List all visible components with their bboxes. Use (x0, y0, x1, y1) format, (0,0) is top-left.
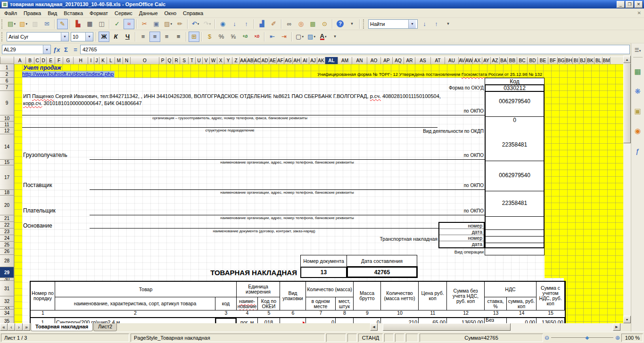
dropdown-arrow-icon[interactable]: ▾ (209, 22, 211, 26)
column-header[interactable]: F (55, 57, 63, 64)
column-header[interactable]: BH (565, 57, 573, 64)
item-vat-rate-cell[interactable]: Без НДС (485, 318, 507, 323)
row-header[interactable]: 29 (0, 267, 14, 278)
find-previous-button[interactable]: ↑ (431, 19, 442, 29)
sheet-tab-list2[interactable]: Лист2 (93, 323, 117, 331)
sidebar-gallery-button[interactable]: ▣ (632, 106, 644, 117)
column-header[interactable]: B (26, 57, 34, 64)
dropdown-arrow-icon[interactable]: ▾ (25, 22, 27, 26)
row-header[interactable]: 21 (0, 215, 14, 222)
font-name-combobox[interactable]: Arial Cyr ▼ (7, 32, 69, 41)
dropdown-arrow-icon[interactable]: ▾ (14, 22, 16, 26)
column-header[interactable]: AK (317, 57, 325, 64)
close-document-icon[interactable]: ✕ (637, 10, 641, 16)
item-qty-one-cell[interactable]: 0 (306, 318, 336, 323)
name-box[interactable]: AL29 ▼ (2, 45, 51, 54)
column-header[interactable]: E (47, 57, 55, 64)
column-header[interactable]: AW (465, 57, 473, 64)
row-header[interactable]: 20 (0, 196, 14, 215)
zoom-slider[interactable]: ⊖ ◆ ⊕ (545, 334, 620, 342)
dropdown-arrow-icon[interactable]: ▾ (314, 35, 315, 39)
hyperlink-button[interactable]: ◉ (217, 19, 228, 29)
column-header[interactable]: AF (277, 57, 284, 64)
background-color-button[interactable]: ▨▾ (306, 32, 317, 42)
minimize-button[interactable]: _ (617, 1, 625, 8)
header-vat[interactable]: НДС (485, 282, 537, 297)
column-header[interactable]: H (74, 57, 88, 64)
okdp-value-cell[interactable]: 0 (486, 117, 544, 123)
column-header[interactable]: AZ (491, 57, 500, 64)
column-header[interactable]: AR (404, 57, 415, 64)
operation-type-cell[interactable] (485, 248, 545, 255)
item-total-cell[interactable]: 13650,00 (537, 318, 565, 323)
redo-button[interactable]: ↷▾ (202, 19, 213, 29)
title-bar[interactable]: ▦ товарная накладная_20170130_10-40-58.x… (0, 0, 644, 8)
find-next-button[interactable]: ↓ (419, 19, 430, 29)
column-header[interactable]: BI (573, 57, 579, 64)
column-header[interactable]: C (34, 57, 41, 64)
okpo-value-cell[interactable]: 22358481 (486, 141, 544, 148)
horizontal-scroll-thumb[interactable] (383, 323, 511, 331)
column-header[interactable]: A (14, 57, 26, 64)
sort-ascending-button[interactable]: ↓ (229, 19, 240, 29)
column-header[interactable]: AT (431, 57, 445, 64)
column-header[interactable]: G (63, 57, 74, 64)
dropdown-arrow-icon[interactable]: ▾ (198, 22, 199, 26)
column-header[interactable]: BJ (579, 57, 586, 64)
column-header[interactable]: V (203, 57, 210, 64)
menu-format[interactable]: Формат (86, 9, 111, 17)
item-vat-sum-cell[interactable]: 0,00 (507, 318, 537, 323)
hyperlink[interactable]: http://www.buhsoft.ru/docs/index2.php (22, 71, 114, 77)
column-header[interactable]: AB (247, 57, 254, 64)
column-header[interactable]: AG (284, 57, 293, 64)
vertical-scroll-thumb[interactable] (623, 63, 631, 143)
header-product[interactable]: Товар (55, 282, 237, 297)
row-header[interactable]: 7 (0, 84, 14, 91)
selection-mode[interactable]: СТАНД (358, 334, 383, 342)
save-button[interactable]: ▥ (30, 19, 41, 29)
column-header[interactable]: AO (367, 57, 381, 64)
column-header[interactable]: BK (586, 57, 594, 64)
sheet-tab-tovarnaya-nakladnaya[interactable]: Товарная накладная (31, 323, 93, 331)
add-decimal-button[interactable]: +.0 (239, 32, 250, 42)
code-column-box[interactable]: 0062979540 0 22358481 0062979540 2235848… (485, 91, 545, 248)
column-header[interactable]: P (159, 57, 166, 64)
select-all-corner[interactable] (0, 57, 14, 64)
item-code-cell[interactable] (215, 318, 237, 323)
dropdown-arrow-icon[interactable]: ▾ (170, 22, 172, 26)
column-header[interactable]: J (94, 57, 99, 64)
header-gross[interactable]: Масса брутто (354, 282, 381, 310)
combo-arrow-icon[interactable]: ▼ (61, 33, 68, 41)
item-qty-places-cell[interactable] (336, 318, 354, 323)
item-gross-cell[interactable]: 0 (354, 318, 381, 323)
organization-line1[interactable]: ИП Пащенко Сергей Иванович, тел:84427113… (23, 93, 441, 99)
header-vat-rate[interactable]: ставка, % (485, 297, 507, 310)
menu-tools[interactable]: Сервис (111, 9, 136, 17)
menu-file[interactable]: Файл (1, 9, 20, 17)
menu-insert[interactable]: Вставка (60, 9, 86, 17)
item-unit-name-cell[interactable]: пог. м (237, 318, 258, 323)
column-header[interactable]: AE (269, 57, 277, 64)
header-sum-wo-vat[interactable]: Сумма без учета НДС, руб. коп (447, 282, 485, 310)
item-package-cell[interactable] (280, 318, 306, 323)
italic-button[interactable]: К (110, 32, 121, 42)
sort-descending-button[interactable]: ↑ (241, 19, 252, 29)
zoom-in-icon[interactable]: ⊕ (615, 335, 620, 341)
percent-format-button[interactable]: % (216, 32, 227, 42)
align-justify-button[interactable]: ≡ (173, 32, 184, 42)
zoom-track[interactable]: ◆ (551, 337, 613, 338)
paste-button[interactable]: ▨▾ (163, 19, 173, 29)
open-file-button[interactable]: ▧▾ (18, 19, 29, 29)
vertical-scrollbar[interactable]: ▲ ▼ (623, 56, 631, 323)
dropdown-arrow-icon[interactable]: ▾ (302, 35, 304, 39)
column-header[interactable]: BC (517, 57, 528, 64)
header-total[interactable]: Сумма с учетом НДС, руб. коп (537, 282, 565, 310)
selected-link-cell[interactable]: http://www.buhsoft.ru/docs/index2.php (22, 71, 115, 78)
column-header[interactable]: BE (538, 57, 548, 64)
row-header[interactable]: 15 (0, 160, 14, 165)
menu-edit[interactable]: Правка (20, 9, 44, 17)
column-header[interactable]: AD (261, 57, 269, 64)
sidebar-navigator-button[interactable]: ◉ (632, 125, 644, 137)
header-qty-places[interactable]: мест, штук (336, 297, 354, 310)
okpo-value-cell[interactable]: 22358481 (486, 200, 544, 206)
